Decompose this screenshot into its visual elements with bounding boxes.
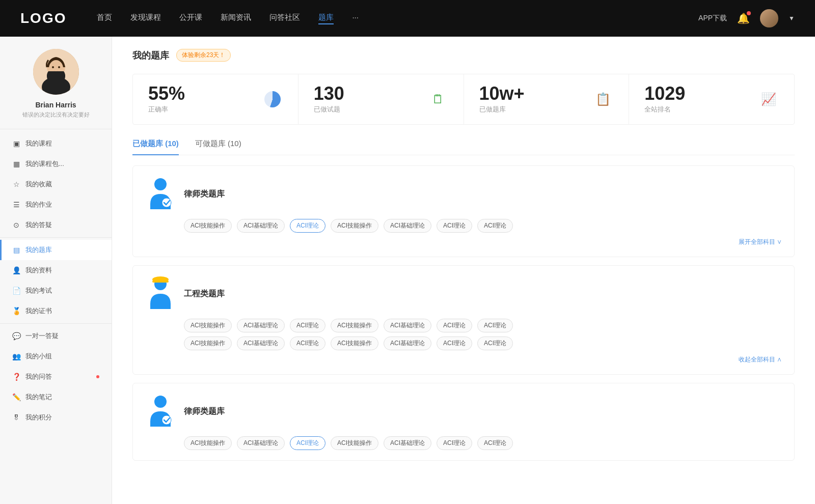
tag-aci-theory-1[interactable]: ACI理论: [437, 219, 472, 233]
law2-tag-6[interactable]: ACI理论: [437, 436, 472, 450]
sidebar-item-favorites[interactable]: ☆ 我的收藏: [0, 174, 112, 194]
nav-link-more[interactable]: ···: [352, 13, 359, 24]
my-exam-icon: 📄: [12, 287, 20, 295]
favorites-icon: ☆: [12, 180, 20, 188]
eng-tag-13[interactable]: ACI理论: [437, 337, 472, 350]
tag-aci-skill-2[interactable]: ACI技能操作: [331, 219, 378, 233]
expand-button-1[interactable]: 展开全部科目 ∨: [739, 238, 782, 246]
stat-rank: 1029 全站排名 📈: [629, 74, 794, 124]
collapse-button-engineer[interactable]: 收起全部科目 ∧: [739, 355, 782, 364]
svg-point-7: [162, 198, 171, 207]
qbank-card-lawyer-2-header: 律师类题库: [145, 394, 782, 429]
answers-icon: ⊙: [12, 221, 20, 229]
nav-link-exam[interactable]: 题库: [318, 13, 334, 24]
svg-point-4: [52, 66, 54, 68]
layout: Brian Harris 错误的决定比没有决定要好 ▣ 我的课程 ▦ 我的课程包…: [0, 37, 815, 504]
profile-name: Brian Harris: [35, 101, 76, 109]
stat-done-questions-label: 已做试题: [314, 105, 421, 114]
tag-aci-theory-active-1[interactable]: ACI理论: [290, 219, 325, 233]
eng-tag-5[interactable]: ACI基础理论: [384, 319, 431, 332]
qbank-card-lawyer-2: 律师类题库 ACI技能操作 ACI基础理论 ACI理论 ACI技能操作 ACI基…: [132, 383, 795, 461]
sidebar-item-my-data[interactable]: 👤 我的资料: [0, 260, 112, 281]
app-download-button[interactable]: APP下载: [698, 14, 727, 23]
sidebar-item-my-exam[interactable]: 📄 我的考试: [0, 281, 112, 301]
eng-tag-8[interactable]: ACI技能操作: [184, 337, 232, 350]
eng-tag-10[interactable]: ACI理论: [290, 337, 325, 350]
list-icon: 🗒: [428, 89, 448, 109]
law2-tag-2[interactable]: ACI基础理论: [237, 436, 285, 450]
my-data-icon: 👤: [12, 266, 20, 274]
svg-point-6: [154, 178, 167, 190]
qbank-lawyer-2-title: 律师类题库: [184, 406, 225, 417]
law2-tag-5[interactable]: ACI基础理论: [384, 436, 431, 450]
eng-tag-2[interactable]: ACI基础理论: [237, 319, 285, 332]
sidebar-item-course-packages[interactable]: ▦ 我的课程包...: [0, 154, 112, 174]
qbank-lawyer-2-tags: ACI技能操作 ACI基础理论 ACI理论 ACI技能操作 ACI基础理论 AC…: [184, 436, 782, 450]
my-group-icon: 👥: [12, 352, 20, 360]
eng-tag-11[interactable]: ACI技能操作: [331, 337, 378, 350]
nav-links: 首页 发现课程 公开课 新闻资讯 问答社区 题库 ···: [97, 13, 698, 24]
sidebar-label-one-on-one: 一对一答疑: [25, 331, 59, 341]
user-menu-chevron-icon[interactable]: ▼: [789, 15, 795, 22]
navbar: LOGO 首页 发现课程 公开课 新闻资讯 问答社区 题库 ··· APP下载 …: [0, 0, 815, 37]
sidebar-item-my-qbank[interactable]: ▤ 我的题库: [0, 240, 112, 260]
notification-bell[interactable]: 🔔: [737, 12, 750, 24]
sidebar-item-one-on-one[interactable]: 💬 一对一答疑: [0, 326, 112, 346]
profile-avatar: [33, 49, 79, 95]
tag-aci-skill-1[interactable]: ACI技能操作: [184, 219, 232, 233]
courses-icon: ▣: [12, 139, 20, 148]
law2-tag-3-active[interactable]: ACI理论: [290, 436, 325, 450]
tab-done-banks[interactable]: 已做题库 (10): [132, 139, 179, 155]
stat-accuracy: 55% 正确率: [133, 74, 298, 124]
nav-logo: LOGO: [20, 10, 66, 26]
law2-tag-7[interactable]: ACI理论: [477, 436, 513, 450]
nav-link-opencourse[interactable]: 公开课: [179, 13, 202, 24]
tag-aci-basic-2[interactable]: ACI基础理论: [384, 219, 431, 233]
eng-tag-6[interactable]: ACI理论: [437, 319, 472, 332]
engineer-icon: [145, 276, 176, 312]
law2-tag-4[interactable]: ACI技能操作: [331, 436, 378, 450]
tag-aci-theory-2[interactable]: ACI理论: [477, 219, 513, 233]
sidebar-item-my-notes[interactable]: ✏️ 我的笔记: [0, 387, 112, 407]
stat-rank-text: 1029 全站排名: [644, 85, 751, 114]
eng-tag-14[interactable]: ACI理论: [477, 337, 513, 350]
sidebar-item-answers[interactable]: ⊙ 我的答疑: [0, 215, 112, 235]
stat-done-banks-text: 10w+ 已做题库: [479, 85, 586, 114]
sidebar-label-my-exam: 我的考试: [25, 286, 52, 295]
sidebar-item-my-qa[interactable]: ❓ 我的问答: [0, 367, 112, 387]
question-icon: 📋: [593, 89, 613, 109]
main-content: 我的题库 体验剩余23天！ 55% 正确率 130 已做试题 🗒: [112, 37, 815, 504]
sidebar-menu: ▣ 我的课程 ▦ 我的课程包... ☆ 我的收藏 ☰ 我的作业 ⊙ 我的答疑 ▤: [0, 129, 112, 432]
nav-link-news[interactable]: 新闻资讯: [221, 13, 251, 24]
lawyer-figure-icon-2: [145, 394, 176, 429]
sidebar-item-my-cert[interactable]: 🏅 我的证书: [0, 301, 112, 321]
eng-tag-7[interactable]: ACI理论: [477, 319, 513, 332]
notification-dot: [747, 11, 751, 15]
svg-point-12: [162, 415, 171, 425]
course-packages-icon: ▦: [12, 160, 20, 168]
tag-aci-basic-1[interactable]: ACI基础理论: [237, 219, 285, 233]
eng-tag-1[interactable]: ACI技能操作: [184, 319, 232, 332]
eng-tag-4[interactable]: ACI技能操作: [331, 319, 378, 332]
nav-link-discover[interactable]: 发现课程: [130, 13, 161, 24]
eng-tag-9[interactable]: ACI基础理论: [237, 337, 285, 350]
nav-link-home[interactable]: 首页: [97, 13, 112, 24]
sidebar-label-my-cert: 我的证书: [25, 306, 52, 316]
user-avatar[interactable]: [760, 9, 778, 27]
nav-link-qa[interactable]: 问答社区: [269, 13, 300, 24]
tab-available-banks[interactable]: 可做题库 (10): [195, 139, 241, 155]
sidebar-item-courses[interactable]: ▣ 我的课程: [0, 133, 112, 154]
engineer-figure-icon: [145, 276, 176, 312]
sidebar-item-homework[interactable]: ☰ 我的作业: [0, 194, 112, 215]
stat-rank-label: 全站排名: [644, 105, 751, 114]
qbank-engineer-tags-row2: ACI技能操作 ACI基础理论 ACI理论 ACI技能操作 ACI基础理论 AC…: [184, 337, 782, 350]
sidebar-item-my-points[interactable]: 🎖 我的积分: [0, 407, 112, 428]
stat-done-banks-value: 10w+: [479, 85, 586, 103]
law2-tag-1[interactable]: ACI技能操作: [184, 436, 232, 450]
sidebar-item-my-group[interactable]: 👥 我的小组: [0, 346, 112, 367]
eng-tag-12[interactable]: ACI基础理论: [384, 337, 431, 350]
eng-tag-3[interactable]: ACI理论: [290, 319, 325, 332]
qbank-lawyer-1-footer: 展开全部科目 ∨: [145, 238, 782, 246]
sidebar-label-favorites: 我的收藏: [25, 180, 52, 189]
sidebar-divider-2: [0, 323, 112, 324]
